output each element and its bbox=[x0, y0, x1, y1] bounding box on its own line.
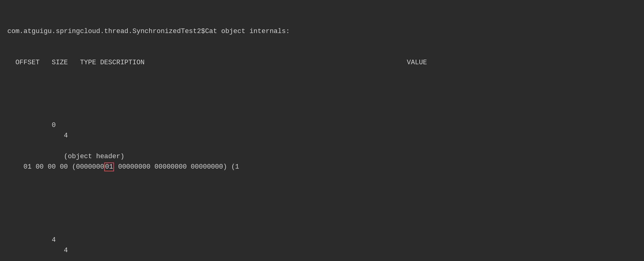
table-row: 4 4 (object header) 00 00 00 00 (0000000… bbox=[7, 225, 637, 261]
block1-title: com.atguigu.springcloud.thread.Synchroni… bbox=[7, 26, 637, 37]
desc-col: (object header) bbox=[24, 153, 375, 160]
type-col bbox=[24, 142, 84, 150]
highlight-1: 01 bbox=[104, 162, 114, 171]
table-row: 0 4 (object header) 01 00 00 00 (0000000… bbox=[7, 110, 637, 183]
terminal-container: com.atguigu.springcloud.thread.Synchroni… bbox=[7, 6, 637, 261]
type-col bbox=[24, 257, 84, 261]
size-col: 4 bbox=[24, 247, 68, 254]
offset-col: 0 bbox=[24, 121, 56, 129]
block1-header: OFFSET SIZE TYPE DESCRIPTION VALUE bbox=[7, 58, 637, 68]
offset-col: 4 bbox=[24, 236, 56, 244]
size-col: 4 bbox=[24, 132, 68, 140]
value-col: 01 00 00 00 (000000001 00000000 00000000… bbox=[24, 162, 239, 171]
